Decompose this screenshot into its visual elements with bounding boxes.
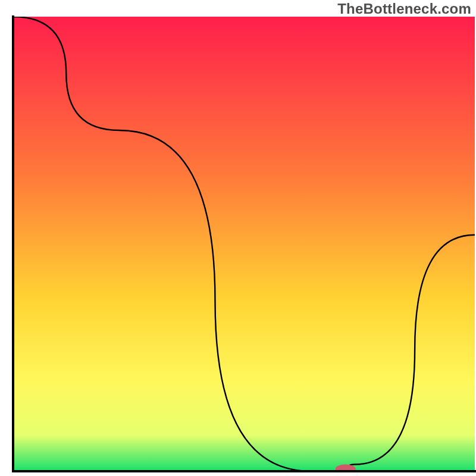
- chart-svg: [0, 0, 476, 476]
- watermark-text: TheBottleneck.com: [337, 1, 471, 17]
- bottleneck-chart: TheBottleneck.com: [0, 0, 476, 476]
- gradient-background: [13, 17, 475, 471]
